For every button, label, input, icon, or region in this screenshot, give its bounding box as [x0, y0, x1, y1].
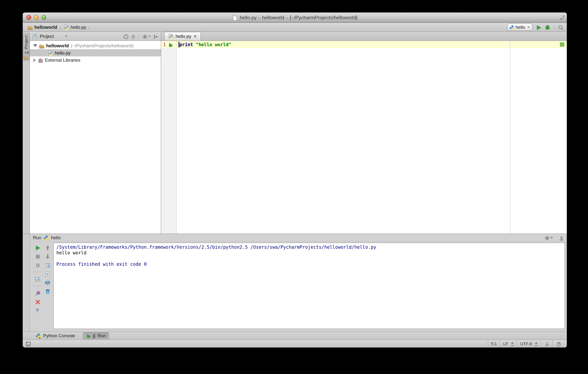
breadcrumb-item-hello-py[interactable]: hello.py	[71, 24, 86, 30]
console-blank-line	[56, 256, 562, 262]
tool-window-switcher-icon[interactable]	[25, 341, 31, 346]
close-tab-icon[interactable]: ✕	[194, 34, 197, 39]
python-console-label: Python Console	[43, 333, 75, 338]
line-separator-widget[interactable]: LF	[500, 340, 517, 348]
python-console-tab[interactable]: Python Console	[32, 332, 78, 339]
libraries-icon	[38, 57, 43, 63]
run-tool-window: Run hello	[23, 234, 567, 331]
run-tab[interactable]: 4: Run	[83, 332, 109, 339]
scroll-to-end-button[interactable]	[45, 271, 50, 276]
pause-output-button[interactable]	[35, 262, 40, 268]
line-number: 1	[163, 42, 166, 47]
console-output[interactable]: /System/Library/Frameworks/Python.framew…	[53, 243, 565, 329]
print-button[interactable]	[45, 280, 50, 285]
minimize-window-button[interactable]	[34, 15, 39, 20]
traffic-lights	[26, 15, 46, 20]
project-view-selector[interactable]: Project	[40, 33, 54, 39]
tree-row-external-libraries[interactable]: External Libraries	[30, 56, 161, 64]
readonly-toggle[interactable]	[541, 340, 552, 348]
tree-row-project-root[interactable]: helloworld (~/PycharmProjects/helloworld…	[30, 42, 161, 49]
hide-panel-button[interactable]	[153, 33, 158, 39]
right-margin-guide	[510, 41, 510, 234]
debug-button[interactable]	[545, 24, 551, 30]
project-root-name: helloworld	[46, 43, 69, 48]
title-bar[interactable]: hello.py – helloworld – [~/PycharmProjec…	[23, 12, 567, 23]
close-window-button[interactable]	[26, 15, 31, 20]
project-tree: helloworld (~/PycharmProjects/helloworld…	[30, 41, 161, 64]
prev-occurrence-button[interactable]	[45, 245, 50, 250]
help-button[interactable]: ?	[36, 308, 39, 313]
main-area: 1: Project Project	[23, 32, 567, 234]
run-panel-header: Run hello	[30, 234, 567, 242]
editor-tab-hello-py[interactable]: hello.py ✕	[164, 32, 201, 41]
next-occurrence-button[interactable]	[45, 254, 50, 259]
project-panel-header: Project	[30, 32, 161, 41]
python-file-icon	[168, 34, 173, 39]
editor[interactable]: 1 print "hello world"	[161, 41, 567, 234]
console-exit-message: Process finished with exit code 0	[56, 262, 562, 267]
restore-layout-button[interactable]	[35, 276, 40, 282]
project-root-path: (~/PycharmProjects/helloworld)	[71, 43, 134, 48]
soft-wrap-button[interactable]	[45, 262, 50, 268]
external-libraries-label: External Libraries	[45, 57, 80, 63]
code-line-1: print "hello world"	[178, 41, 231, 48]
toolbar-separator	[33, 272, 42, 272]
project-view-icon	[32, 33, 38, 39]
project-tool-window-icon	[24, 55, 28, 60]
stop-button[interactable]	[35, 254, 40, 259]
python-icon	[43, 235, 49, 240]
project-tool-window-label: 1: Project	[24, 35, 28, 54]
run-configuration-label: hello	[515, 24, 525, 30]
python-file-icon	[48, 50, 53, 55]
scroll-from-source-button[interactable]	[123, 33, 128, 39]
highlighting-level-widget[interactable]	[552, 340, 564, 348]
code-string: "hello world"	[193, 42, 231, 47]
run-button[interactable]	[536, 24, 541, 30]
run-toolbar: ?	[30, 243, 53, 329]
python-file-icon	[63, 24, 69, 30]
collapsed-arrow-icon[interactable]	[33, 58, 36, 62]
editor-tab-label: hello.py	[176, 34, 191, 39]
collapse-all-button[interactable]	[130, 33, 136, 39]
breadcrumb: helloworld › hello.py ›	[27, 24, 91, 30]
screen: hello.py – helloworld – [~/PycharmProjec…	[0, 0, 588, 374]
toolbar-separator	[138, 33, 139, 39]
hector-inspector-icon	[556, 341, 561, 346]
console-command-line: /System/Library/Frameworks/Python.framew…	[56, 245, 562, 250]
run-configuration-select[interactable]: hello	[507, 23, 532, 31]
fullscreen-icon[interactable]	[560, 15, 564, 19]
encoding-widget[interactable]: UTF-8	[517, 340, 541, 348]
run-settings-gear-button[interactable]	[544, 235, 553, 240]
caret-position-widget[interactable]: 5:1	[488, 340, 500, 348]
chevron-down-icon[interactable]	[65, 35, 68, 37]
search-everywhere-icon[interactable]	[558, 24, 563, 30]
tool-window-bar: Python Console 4: Run	[23, 331, 567, 340]
inspection-status-indicator[interactable]	[560, 43, 564, 47]
rerun-button[interactable]	[35, 245, 40, 250]
project-tool-window-button[interactable]: 1: Project	[23, 33, 29, 61]
editor-tab-bar: hello.py ✕	[161, 32, 567, 41]
settings-gear-button[interactable]	[142, 33, 151, 39]
console-stdout: hello world	[56, 250, 562, 256]
clear-all-button[interactable]	[45, 289, 50, 294]
editor-gutter: 1	[161, 41, 177, 234]
chevron-right-icon: ›	[88, 24, 91, 30]
run-tab-label: 4: Run	[93, 333, 106, 338]
status-bar: 5:1 LF UTF-8	[23, 340, 567, 348]
unlock-icon	[544, 341, 549, 346]
pin-tab-button[interactable]	[35, 290, 40, 296]
hide-run-panel-button[interactable]	[558, 235, 564, 240]
code-keyword: print	[179, 42, 193, 47]
code-viewport[interactable]: print "hello world"	[177, 41, 567, 234]
updown-arrows-icon	[509, 342, 514, 346]
close-console-button[interactable]	[35, 299, 40, 304]
run-line-marker-icon[interactable]	[168, 42, 173, 47]
updown-arrows-icon	[533, 342, 538, 346]
zoom-window-button[interactable]	[42, 15, 46, 20]
breadcrumb-item-helloworld[interactable]: helloworld	[34, 24, 57, 30]
run-icon	[86, 333, 90, 338]
expanded-arrow-icon[interactable]	[33, 44, 37, 47]
current-line-highlight	[177, 41, 567, 48]
document-icon	[232, 15, 237, 20]
tree-row-hello-py[interactable]: hello.py	[30, 49, 161, 56]
